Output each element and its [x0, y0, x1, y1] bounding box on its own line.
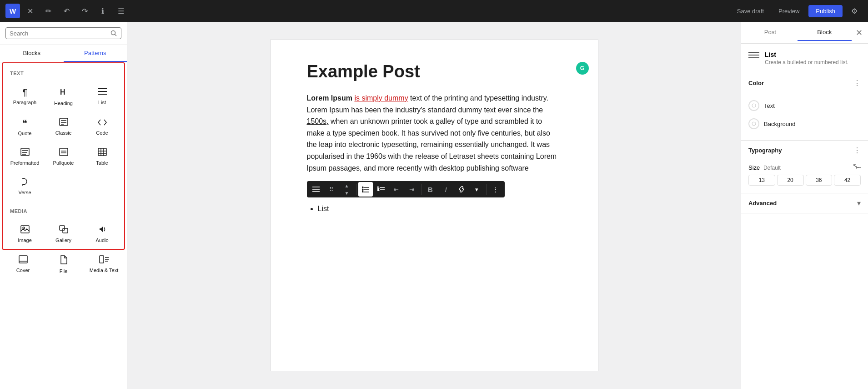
svg-point-36 [362, 187, 363, 188]
redo-button[interactable]: ↷ [76, 3, 93, 19]
color-panel-header[interactable]: Color ⋮ [741, 73, 868, 93]
block-item-list[interactable]: List [84, 81, 120, 110]
body-link-1[interactable]: is simply dummy [354, 94, 408, 102]
editor-canvas: Example Post G Lorem Ipsum is simply dum… [271, 40, 598, 371]
preview-button[interactable]: Preview [773, 5, 805, 17]
search-area [0, 22, 127, 45]
toolbar-list-style-btn[interactable] [309, 182, 323, 197]
tools-button[interactable]: ✏ [40, 3, 56, 19]
search-input[interactable] [10, 30, 107, 37]
block-name-verse: Verse [18, 190, 31, 195]
toolbar-ordered-list-btn[interactable]: 1.2. [374, 182, 388, 197]
block-name-preformatted: Preformatted [10, 160, 40, 166]
block-item-file[interactable]: File [44, 252, 83, 278]
topbar-right: Save draft Preview Publish ⚙ [732, 3, 863, 19]
list-view-button[interactable]: ☰ [113, 3, 129, 19]
text-section-highlighted: TEXT ¶ Paragraph H Heading [2, 62, 125, 250]
block-item-verse[interactable]: Verse [6, 172, 43, 199]
grammarly-icon: G [576, 62, 589, 75]
section-label-media: MEDIA [3, 201, 124, 217]
typography-panel-header[interactable]: Typography ⋮ [741, 141, 868, 160]
toolbar-move-down-btn[interactable]: ▼ [340, 189, 354, 197]
svg-rect-27 [19, 256, 27, 263]
typography-options-icon[interactable]: ⋮ [853, 146, 861, 155]
block-name-media-text: Media & Text [90, 268, 118, 273]
text-color-option: Text [748, 96, 861, 115]
advanced-chevron-icon[interactable]: ▾ [857, 199, 861, 207]
classic-icon [59, 118, 68, 128]
block-item-pullquote[interactable]: Pullquote [45, 142, 82, 170]
toolbar-move-up-btn[interactable]: ▲ [340, 182, 354, 189]
block-name-cover: Cover [16, 268, 30, 273]
block-item-gallery[interactable]: Gallery [45, 219, 82, 247]
tab-blocks[interactable]: Blocks [0, 45, 64, 62]
toolbar-options-btn[interactable]: ⋮ [488, 182, 503, 197]
block-item-media-text[interactable]: Media & Text [85, 252, 123, 278]
background-color-circle[interactable] [748, 118, 759, 129]
tab-post[interactable]: Post [743, 24, 798, 41]
toolbar-link-btn[interactable] [454, 182, 469, 197]
search-icon [110, 30, 117, 37]
list-block[interactable]: List [307, 203, 562, 215]
toolbar-unordered-list-btn[interactable] [358, 182, 373, 197]
svg-rect-25 [60, 226, 65, 230]
block-name-gallery: Gallery [55, 237, 71, 243]
wp-logo[interactable]: W [5, 4, 20, 18]
settings-button[interactable]: ⚙ [846, 3, 863, 19]
block-name-code: Code [96, 130, 108, 136]
size-option-13[interactable]: 13 [748, 175, 775, 186]
search-box [5, 27, 121, 39]
color-panel-body: Text Background [741, 93, 868, 140]
info-button[interactable]: ℹ [95, 3, 111, 19]
toolbar-drag-btn[interactable]: ⠿ [324, 182, 339, 197]
publish-button[interactable]: Publish [808, 5, 843, 17]
file-icon [60, 255, 67, 267]
save-draft-button[interactable]: Save draft [732, 5, 769, 17]
table-icon [98, 148, 107, 158]
undo-button[interactable]: ↶ [58, 3, 75, 19]
post-title[interactable]: Example Post [307, 62, 562, 81]
block-item-classic[interactable]: Classic [45, 112, 82, 140]
block-name-audio: Audio [95, 237, 108, 243]
close-button[interactable]: ✕ [22, 3, 38, 19]
block-item-paragraph[interactable]: ¶ Paragraph [6, 81, 43, 110]
color-options-icon[interactable]: ⋮ [853, 79, 861, 87]
toolbar-outdent-btn[interactable]: ⇤ [389, 182, 404, 197]
size-reset-button[interactable] [853, 164, 861, 171]
list-item[interactable]: List [318, 203, 562, 215]
block-info-icon [748, 51, 759, 64]
heading-icon: H [59, 87, 68, 99]
sidebar-close-button[interactable]: ✕ [852, 25, 866, 40]
section-label-text: TEXT [3, 63, 124, 80]
svg-point-50 [752, 122, 756, 126]
block-info: List Create a bulleted or numbered list. [741, 44, 868, 73]
text-blocks-grid: ¶ Paragraph H Heading List [3, 80, 124, 201]
size-option-20[interactable]: 20 [777, 175, 804, 186]
tab-block[interactable]: Block [798, 24, 852, 41]
block-item-preformatted[interactable]: Preformatted [6, 142, 43, 170]
block-item-code[interactable]: Code [84, 112, 120, 140]
tabs-row: Blocks Patterns [0, 45, 127, 62]
body-link-2[interactable]: 1500s, [307, 117, 329, 125]
svg-rect-26 [63, 228, 68, 233]
block-info-name: List [765, 51, 848, 58]
toolbar-italic-btn[interactable]: I [439, 182, 453, 197]
block-name-classic: Classic [55, 130, 71, 136]
block-item-table[interactable]: Table [84, 142, 120, 170]
advanced-panel-header[interactable]: Advanced ▾ [741, 193, 868, 213]
block-name-pullquote: Pullquote [53, 160, 74, 166]
block-item-image[interactable]: Image [6, 219, 43, 247]
size-option-42[interactable]: 42 [834, 175, 861, 186]
size-option-36[interactable]: 36 [806, 175, 833, 186]
block-item-cover[interactable]: Cover [4, 252, 42, 278]
block-item-audio[interactable]: Audio [84, 219, 120, 247]
toolbar-bold-btn[interactable]: B [423, 182, 438, 197]
block-item-quote[interactable]: ❝ Quote [6, 112, 43, 140]
svg-rect-23 [21, 226, 29, 233]
toolbar-indent-btn[interactable]: ⇥ [405, 182, 419, 197]
toolbar-more-rich-btn[interactable]: ▾ [470, 182, 484, 197]
svg-text:2.: 2. [377, 188, 379, 191]
block-item-heading[interactable]: H Heading [45, 81, 82, 110]
tab-patterns[interactable]: Patterns [64, 45, 127, 62]
text-color-circle[interactable] [748, 100, 759, 111]
